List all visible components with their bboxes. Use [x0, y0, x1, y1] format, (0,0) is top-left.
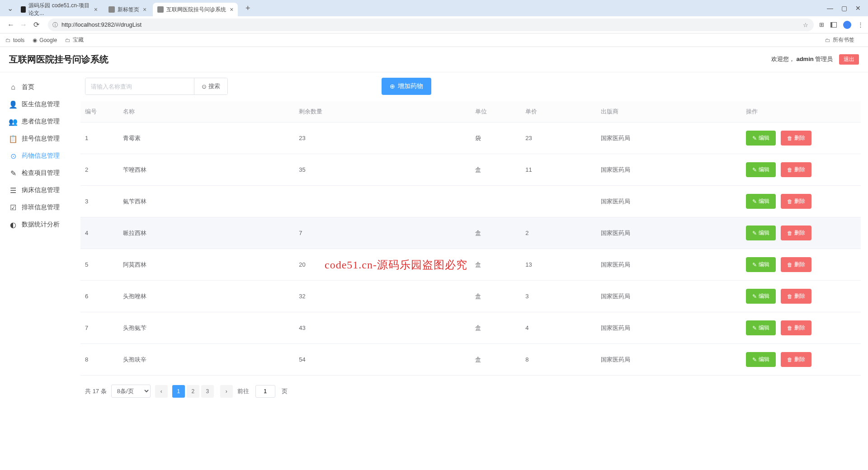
edit-button[interactable]: ✎编辑: [746, 131, 776, 146]
cell-id: 4: [80, 217, 118, 249]
delete-button[interactable]: 🗑删除: [781, 289, 811, 304]
edit-button[interactable]: ✎编辑: [746, 352, 776, 367]
schedule-icon: ☑: [9, 203, 17, 212]
cell-price: 2: [521, 217, 596, 249]
cell-name: 氨苄西林: [118, 186, 295, 217]
pagination: 共 17 条 8条/页 ‹ 123 › 前往 页: [80, 385, 861, 398]
edit-button[interactable]: ✎编辑: [746, 194, 776, 209]
bookmark-tools[interactable]: 🗀tools: [5, 37, 24, 43]
bookmark-star-icon[interactable]: ☆: [803, 21, 808, 28]
sidebar-item-label: 数据统计分析: [22, 221, 60, 229]
profile-icon[interactable]: [843, 21, 851, 29]
close-icon[interactable]: ×: [143, 6, 146, 13]
table-row: 5 阿莫西林 20 盒 13 国家医药局 ✎编辑 🗑删除: [80, 249, 861, 281]
close-icon[interactable]: ×: [230, 6, 233, 13]
cell-unit: 盒: [471, 249, 521, 281]
prev-page-button[interactable]: ‹: [155, 385, 168, 398]
delete-button[interactable]: 🗑删除: [781, 131, 811, 146]
logout-button[interactable]: 退出: [839, 54, 859, 65]
sidebar-item-label: 医生信息管理: [22, 100, 60, 108]
cell-name: 青霉素: [118, 122, 295, 154]
menu-icon[interactable]: ⋮: [858, 21, 863, 28]
table-row: 7 头孢氨苄 43 盒 4 国家医药局 ✎编辑 🗑删除: [80, 312, 861, 344]
minimize-icon[interactable]: —: [827, 5, 833, 12]
cell-qty: 32: [294, 281, 471, 312]
sidebar-item-label: 药物信息管理: [22, 152, 60, 160]
edit-button[interactable]: ✎编辑: [746, 226, 776, 240]
bookmark-google[interactable]: ◉Google: [33, 37, 57, 43]
reload-icon[interactable]: ⟳: [30, 19, 42, 31]
cell-unit: 盒: [471, 154, 521, 186]
search-input[interactable]: [85, 78, 194, 94]
search-button[interactable]: ⊙ 搜索: [194, 78, 227, 94]
delete-button[interactable]: 🗑删除: [781, 226, 811, 240]
back-icon[interactable]: ←: [5, 19, 17, 31]
sidebar-item-6[interactable]: ☰病床信息管理: [0, 182, 80, 199]
address-input[interactable]: [48, 19, 814, 31]
doctor-icon: 👤: [9, 100, 17, 108]
th-qty: 剩余数量: [294, 101, 471, 122]
cell-publisher: 国家医药局: [596, 217, 741, 249]
goto-page-input[interactable]: [255, 385, 275, 398]
cell-id: 5: [80, 249, 118, 281]
delete-button[interactable]: 🗑删除: [781, 352, 811, 367]
cell-op: ✎编辑 🗑删除: [741, 249, 861, 281]
close-icon[interactable]: ×: [94, 6, 98, 13]
cell-op: ✎编辑 🗑删除: [741, 154, 861, 186]
add-drug-button[interactable]: ⊕ 增加药物: [382, 78, 431, 95]
cell-price: 23: [521, 122, 596, 154]
new-tab-button[interactable]: +: [241, 2, 254, 14]
browser-tab-1[interactable]: 源码乐园 code51.cn-项目论文... ×: [16, 3, 102, 16]
page-number-3[interactable]: 3: [201, 385, 214, 398]
sidebar-item-0[interactable]: ⌂首页: [0, 79, 80, 96]
bookmark-baozang[interactable]: 🗀宝藏: [65, 36, 84, 44]
user-role: 管理员: [815, 56, 833, 62]
cell-unit: 盒: [471, 281, 521, 312]
tab-dropdown-icon[interactable]: ⌄: [4, 2, 16, 14]
drug-icon: ⊙: [9, 152, 17, 160]
browser-tab-2[interactable]: 新标签页 ×: [104, 3, 151, 16]
sidebar-item-8[interactable]: ◐数据统计分析: [0, 216, 80, 233]
browser-tab-3-active[interactable]: 互联网医院挂号问诊系统 ×: [153, 3, 238, 16]
forward-icon[interactable]: →: [17, 19, 30, 31]
edit-button[interactable]: ✎编辑: [746, 257, 776, 272]
close-window-icon[interactable]: ✕: [855, 5, 861, 12]
delete-button[interactable]: 🗑删除: [781, 257, 811, 272]
sidebar-item-5[interactable]: ✎检查项目管理: [0, 164, 80, 182]
cell-qty: 20: [294, 249, 471, 281]
page-size-select[interactable]: 8条/页: [111, 385, 151, 398]
table-row: 4 哌拉西林 7 盒 2 国家医药局 ✎编辑 🗑删除: [80, 217, 861, 249]
next-page-button[interactable]: ›: [220, 385, 233, 398]
sidebar-item-3[interactable]: 📋挂号信息管理: [0, 130, 80, 147]
sidebar-item-2[interactable]: 👥患者信息管理: [0, 113, 80, 130]
edit-button[interactable]: ✎编辑: [746, 289, 776, 304]
trash-icon: 🗑: [787, 325, 793, 331]
sidebar-item-1[interactable]: 👤医生信息管理: [0, 96, 80, 113]
delete-button[interactable]: 🗑删除: [781, 194, 811, 209]
sidebar-item-4[interactable]: ⊙药物信息管理: [0, 147, 80, 164]
edit-icon: ✎: [752, 198, 757, 205]
maximize-icon[interactable]: ▢: [841, 5, 847, 12]
extensions-icon[interactable]: ⊞: [819, 21, 824, 28]
page-number-1[interactable]: 1: [172, 385, 185, 398]
edit-button[interactable]: ✎编辑: [746, 320, 776, 335]
panel-icon[interactable]: [830, 22, 837, 28]
bookmark-bar: 🗀tools ◉Google 🗀宝藏 🗀所有书签: [0, 33, 868, 47]
delete-button[interactable]: 🗑删除: [781, 320, 811, 335]
bed-icon: ☰: [9, 186, 17, 194]
cell-name: 阿莫西林: [118, 249, 295, 281]
bookmark-all[interactable]: 🗀所有书签: [825, 36, 854, 44]
sidebar-item-7[interactable]: ☑排班信息管理: [0, 199, 80, 216]
site-info-icon[interactable]: ⓘ: [52, 21, 58, 28]
globe-icon: ◉: [33, 37, 37, 43]
cell-name: 哌拉西林: [118, 217, 295, 249]
stat-icon: ◐: [9, 221, 17, 229]
page-number-2[interactable]: 2: [187, 385, 199, 398]
sidebar: ⌂首页👤医生信息管理👥患者信息管理📋挂号信息管理⊙药物信息管理✎检查项目管理☰病…: [0, 72, 80, 407]
delete-button[interactable]: 🗑删除: [781, 162, 811, 177]
cell-unit: 袋: [471, 122, 521, 154]
cell-unit: 盒: [471, 312, 521, 344]
trash-icon: 🗑: [787, 262, 793, 268]
edit-button[interactable]: ✎编辑: [746, 162, 776, 177]
cell-op: ✎编辑 🗑删除: [741, 122, 861, 154]
